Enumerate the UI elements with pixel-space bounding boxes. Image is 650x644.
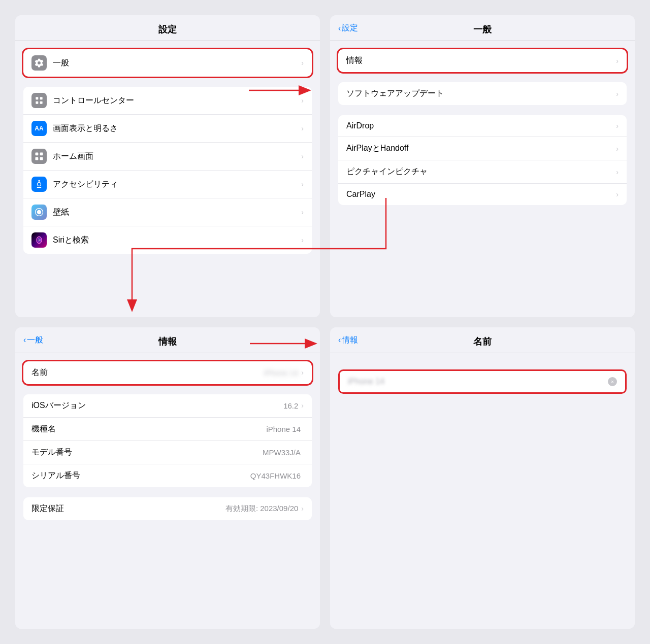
- serial-item[interactable]: シリアル番号 QY43FHWK16: [23, 464, 312, 487]
- svg-rect-7: [40, 157, 43, 160]
- general-group-1: ソフトウェアアップデート ›: [338, 82, 627, 105]
- name-value: iPhone 14: [264, 368, 299, 377]
- info-label: 情報: [346, 55, 616, 66]
- name-header: ‹ 情報 名前: [330, 327, 635, 353]
- settings-content: 一般 › コントロールセンター ›: [15, 41, 320, 317]
- back-to-info[interactable]: ‹ 情報: [338, 334, 358, 345]
- info-item-highlighted[interactable]: 情報 ›: [338, 49, 627, 72]
- svg-rect-5: [40, 153, 43, 156]
- serial-value: QY43FHWK16: [250, 471, 301, 480]
- back-to-settings[interactable]: ‹ 設定: [338, 23, 358, 33]
- warranty-item[interactable]: 限定保証 有効期限: 2023/09/20 ›: [23, 497, 312, 520]
- chevron-icon: ›: [616, 122, 619, 130]
- svg-point-8: [38, 180, 40, 182]
- chevron-icon: ›: [616, 168, 619, 176]
- chevron-icon: ›: [616, 57, 619, 65]
- settings-panel: 設定 一般 ›: [15, 15, 320, 317]
- general-item-highlighted[interactable]: 一般 ›: [23, 49, 312, 77]
- accessibility-label: アクセシビリティ: [53, 179, 301, 190]
- carplay-item[interactable]: CarPlay ›: [338, 184, 627, 205]
- general-item[interactable]: 一般 ›: [23, 49, 312, 77]
- chevron-icon: ›: [301, 96, 304, 105]
- accessibility-item[interactable]: アクセシビリティ ›: [23, 171, 312, 198]
- warranty-value: 有効期限: 2023/09/20: [225, 504, 298, 514]
- chevron-icon: ›: [301, 59, 304, 67]
- info-header: ‹ 一般 情報: [15, 327, 320, 353]
- svg-point-9: [37, 210, 41, 214]
- ios-version-item[interactable]: iOSバージョン 16.2 ›: [23, 394, 312, 418]
- wallpaper-item[interactable]: 壁紙 ›: [23, 198, 312, 226]
- chevron-icon: ›: [301, 208, 304, 216]
- control-center-item[interactable]: コントロールセンター ›: [23, 87, 312, 115]
- control-center-label: コントロールセンター: [53, 95, 301, 106]
- accessibility-icon: [31, 177, 47, 192]
- model-name-item[interactable]: 機種名 iPhone 14: [23, 418, 312, 441]
- info-item[interactable]: 情報 ›: [338, 49, 627, 72]
- name-title: 名前: [473, 336, 492, 347]
- chevron-icon: ›: [301, 504, 304, 513]
- general-content: 情報 › ソフトウェアアップデート › AirDrop › AirPlayとHa…: [330, 41, 635, 317]
- airplay-item[interactable]: AirPlayとHandoff ›: [338, 137, 627, 160]
- gear-icon: [31, 55, 47, 71]
- name-item[interactable]: 名前 iPhone 14 ›: [23, 361, 312, 384]
- pip-item[interactable]: ピクチャインピクチャ ›: [338, 160, 627, 184]
- chevron-icon: ›: [616, 90, 619, 98]
- chevron-icon: ›: [301, 152, 304, 160]
- info-group-2: 限定保証 有効期限: 2023/09/20 ›: [23, 497, 312, 520]
- back-chevron-icon: ‹: [338, 23, 341, 32]
- carplay-label: CarPlay: [346, 190, 616, 199]
- ios-version-value: 16.2: [283, 401, 298, 410]
- airdrop-item[interactable]: AirDrop ›: [338, 115, 627, 137]
- model-number-item[interactable]: モデル番号 MPW33J/A: [23, 441, 312, 464]
- settings-header: 設定: [15, 15, 320, 41]
- display-icon: AA: [31, 121, 47, 136]
- home-label: ホーム画面: [53, 151, 301, 162]
- name-input-container[interactable]: ×: [338, 369, 627, 394]
- airplay-label: AirPlayとHandoff: [346, 143, 616, 154]
- wallpaper-label: 壁紙: [53, 207, 301, 218]
- back-to-general[interactable]: ‹ 一般: [23, 334, 43, 345]
- chevron-icon: ›: [301, 236, 304, 244]
- back-chevron-icon: ‹: [23, 335, 26, 345]
- svg-rect-2: [36, 101, 38, 104]
- software-update-label: ソフトウェアアップデート: [346, 88, 616, 99]
- serial-label: シリアル番号: [31, 470, 250, 481]
- back-chevron-icon: ‹: [338, 335, 341, 345]
- info-content: 名前 iPhone 14 › iOSバージョン 16.2 › 機種名 iPhon…: [15, 353, 320, 629]
- info-panel: ‹ 一般 情報 名前 iPhone 14 › iOSバージョン 16.2 › 機…: [15, 327, 320, 629]
- chevron-icon: ›: [616, 145, 619, 153]
- model-number-label: モデル番号: [31, 447, 263, 458]
- general-header: ‹ 設定 一般: [330, 15, 635, 41]
- back-info-label: 情報: [342, 334, 358, 345]
- warranty-label: 限定保証: [31, 503, 225, 514]
- general-panel: ‹ 設定 一般 情報 › ソフトウェアアップデート › AirDrop › Ai…: [330, 15, 635, 317]
- display-label: 画面表示と明るさ: [53, 123, 301, 134]
- wallpaper-icon: [31, 205, 47, 220]
- chevron-icon: ›: [301, 368, 304, 377]
- name-input[interactable]: [348, 377, 608, 386]
- chevron-icon: ›: [301, 124, 304, 132]
- chevron-icon: ›: [301, 180, 304, 188]
- svg-rect-0: [36, 97, 38, 99]
- clear-button[interactable]: ×: [608, 377, 617, 386]
- svg-point-12: [39, 240, 40, 241]
- airdrop-label: AirDrop: [346, 121, 616, 130]
- svg-rect-1: [40, 97, 43, 99]
- siri-label: Siriと検索: [53, 235, 301, 246]
- chevron-icon: ›: [301, 401, 304, 410]
- general-label: 一般: [53, 58, 301, 69]
- siri-item[interactable]: Siriと検索 ›: [23, 226, 312, 254]
- pip-label: ピクチャインピクチャ: [346, 166, 616, 177]
- model-number-value: MPW33J/A: [263, 448, 301, 457]
- back-general-label: 一般: [27, 334, 43, 345]
- info-title: 情報: [158, 336, 177, 347]
- name-item-highlighted[interactable]: 名前 iPhone 14 ›: [23, 361, 312, 384]
- software-update-item[interactable]: ソフトウェアアップデート ›: [338, 82, 627, 105]
- display-item[interactable]: AA 画面表示と明るさ ›: [23, 115, 312, 143]
- general-group-2: AirDrop › AirPlayとHandoff › ピクチャインピクチャ ›…: [338, 115, 627, 205]
- settings-group-1: コントロールセンター › AA 画面表示と明るさ ›: [23, 87, 312, 254]
- name-panel: ‹ 情報 名前 ×: [330, 327, 635, 629]
- home-item[interactable]: ホーム画面 ›: [23, 143, 312, 171]
- general-title: 一般: [473, 24, 492, 35]
- ios-version-label: iOSバージョン: [31, 400, 283, 411]
